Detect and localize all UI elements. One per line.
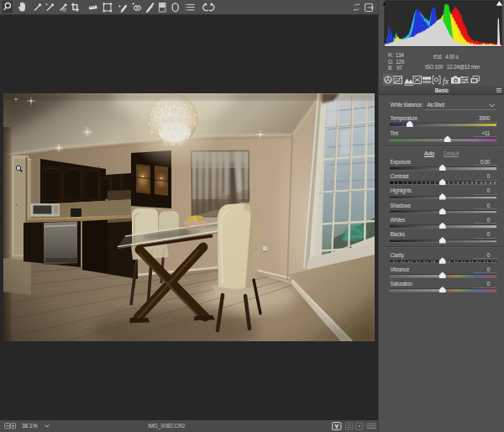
svg-text:IMG_0082.CR2: IMG_0082.CR2 — [148, 423, 186, 429]
svg-text:38.1%: 38.1% — [22, 423, 38, 429]
svg-text:fx: fx — [443, 76, 449, 85]
svg-text:Y: Y — [334, 423, 339, 430]
